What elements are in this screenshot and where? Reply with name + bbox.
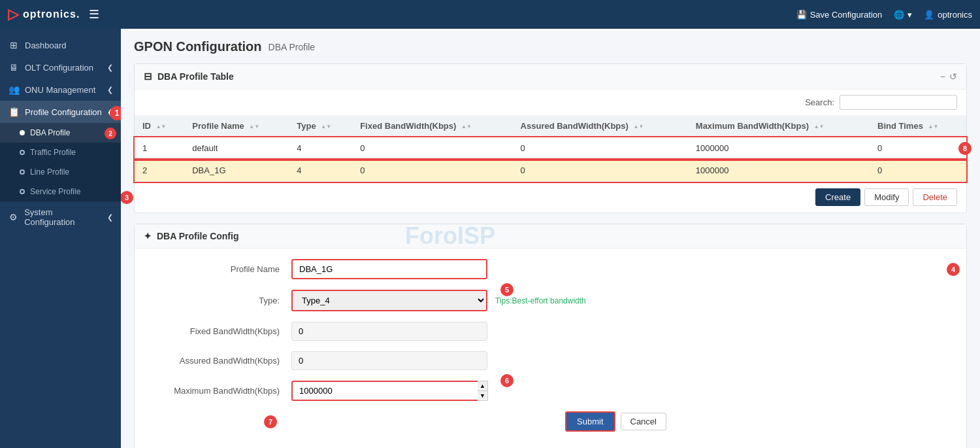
table-action-buttons: 3 Create Modify Delete [135,182,966,213]
globe-icon: 🌐 [894,10,904,20]
fixed-bw-input[interactable] [291,322,487,341]
col-type: Type ▲▼ [289,115,352,137]
navbar-left: ▷ optronics. ☰ [8,6,99,23]
dot-icon-dba [20,130,25,135]
type-select[interactable]: Type_1 Type_2 Type_3 Type_4 Type_5 [291,290,487,311]
sort-profile[interactable]: ▲▼ [249,124,259,129]
olt-icon: 🖥 [8,62,20,73]
cell-fixed-2: 0 [352,160,512,182]
sidebar-sub-service[interactable]: Service Profile [0,182,121,201]
sidebar-item-profile[interactable]: 📋 Profile Configuration ❮ [0,101,121,123]
table-body: 1 default 4 0 0 1000000 0 8 2 [135,137,966,182]
dot-icon-line [20,169,25,175]
sidebar-item-onu[interactable]: 👥 ONU Management ❮ [0,78,121,101]
page-subtitle: DBA Profile [269,42,316,52]
table-row[interactable]: 1 default 4 0 0 1000000 0 8 [135,137,966,160]
content-area: ForoISP GPON Configuration DBA Profile ⊟… [121,29,980,448]
search-label: Search: [805,97,834,107]
sidebar-item-dashboard[interactable]: ⊞ Dashboard [0,34,121,56]
cell-assured-2: 0 [513,160,688,182]
cell-type-1: 4 [289,137,352,160]
sidebar-sub-profile: DBA Profile 2 Traffic Profile Line Profi… [0,123,121,201]
create-button[interactable]: Create [815,188,860,206]
max-bw-spinbox: ▲ ▼ [291,381,488,401]
card-title-config: ✦ DBA Profile Config [144,231,238,241]
dot-icon-service [20,189,25,194]
spinbox-controls: ▲ ▼ [478,381,488,401]
cell-max-1: 1000000 [688,137,870,160]
system-icon: ⚙ [8,212,19,222]
col-profile-name: Profile Name ▲▼ [184,115,289,137]
profile-name-label: Profile Name [148,264,291,274]
logo-icon: ▷ [8,6,19,23]
language-button[interactable]: 🌐 ▾ [894,10,912,20]
fixed-bw-label: Fixed BandWidth(Kbps) [148,326,291,336]
table-controls: Search: [135,90,966,115]
col-bind-times: Bind Times ▲▼ [870,115,966,137]
assured-bw-label: Assured BandWidth(Kbps) [148,356,291,366]
sidebar-sub-line[interactable]: Line Profile [0,162,121,182]
col-fixed-bw: Fixed BandWidth(Kbps) ▲▼ [352,115,512,137]
logo-text: optronics. [23,9,80,20]
max-bw-input[interactable] [291,381,478,401]
badge-3: 3 [121,191,133,204]
submit-button[interactable]: Submit [565,411,615,432]
card-header-config: ✦ DBA Profile Config [135,224,966,249]
badge-1: 1 [110,106,121,120]
cell-bind-2: 0 [870,160,966,182]
sort-bind[interactable]: ▲▼ [928,124,939,129]
sidebar-item-system[interactable]: ⚙ System Configuration ❮ [0,201,121,233]
sidebar-sub-traffic[interactable]: Traffic Profile [0,143,121,162]
badge-6: 6 [500,374,514,387]
cell-type-2: 4 [289,160,352,182]
form-row-profile-name: Profile Name 4 [148,259,953,279]
user-menu-button[interactable]: 👤 optronics [924,10,972,20]
user-icon: 👤 [924,10,934,20]
logo: ▷ optronics. [8,6,80,23]
table-row[interactable]: 2 DBA_1G 4 0 0 1000000 0 [135,160,966,182]
sort-max[interactable]: ▲▼ [814,124,825,129]
hamburger-icon[interactable]: ☰ [89,7,99,22]
card-title-table: ⊟ DBA Profile Table [144,71,234,82]
type-hint: Tips:Best-effort bandwidth [495,296,586,305]
chevron-icon-onu: ❮ [107,86,113,94]
sort-id[interactable]: ▲▼ [156,124,167,129]
sort-assured[interactable]: ▲▼ [634,124,644,129]
card-actions: − ↺ [940,71,957,82]
dashboard-icon: ⊞ [8,40,20,50]
col-id: ID ▲▼ [135,115,184,137]
modify-button[interactable]: Modify [864,188,909,206]
page-title: GPON Configuration [134,39,262,54]
table-icon: ⊟ [144,71,152,82]
card-header-table: ⊟ DBA Profile Table − ↺ [135,64,966,90]
profile-name-input[interactable] [291,259,487,279]
cell-name-2: DBA_1G [184,160,289,182]
spinbox-down[interactable]: ▼ [478,391,488,401]
sort-type[interactable]: ▲▼ [321,124,331,129]
badge-2: 2 [105,128,116,139]
form-row-type: Type: Type_1 Type_2 Type_3 Type_4 Type_5… [148,290,953,311]
page-header: GPON Configuration DBA Profile [134,39,967,54]
assured-bw-input[interactable] [291,351,487,370]
form-row-max-bw: Maximum BandWidth(Kbps) ▲ ▼ 6 [148,381,953,401]
badge-8: 8 [958,142,972,155]
cell-id-2: 2 [135,160,184,182]
refresh-btn[interactable]: ↺ [949,71,957,82]
cancel-button[interactable]: Cancel [621,413,666,430]
sidebar-item-olt[interactable]: 🖥 OLT Configuration ❮ [0,56,121,78]
delete-button[interactable]: Delete [913,188,957,206]
sidebar: ⊞ Dashboard 🖥 OLT Configuration ❮ 👥 ONU … [0,29,121,448]
save-icon: 💾 [796,10,807,20]
spinbox-up[interactable]: ▲ [478,381,488,391]
col-max-bw: Maximum BandWidth(Kbps) ▲▼ [688,115,870,137]
form-row-actions: Submit Cancel 7 [278,411,953,432]
max-bw-label: Maximum BandWidth(Kbps) [148,386,291,396]
type-label: Type: [148,296,291,305]
save-config-button[interactable]: 💾 Save Configuration [796,10,883,20]
chevron-icon-system: ❮ [107,213,113,222]
minimize-btn[interactable]: − [940,71,945,82]
sidebar-sub-dba[interactable]: DBA Profile [0,123,121,143]
table-head: ID ▲▼ Profile Name ▲▼ Type ▲▼ Fixed Ba [135,115,966,137]
sort-fixed[interactable]: ▲▼ [461,124,472,129]
search-input[interactable] [840,95,957,110]
